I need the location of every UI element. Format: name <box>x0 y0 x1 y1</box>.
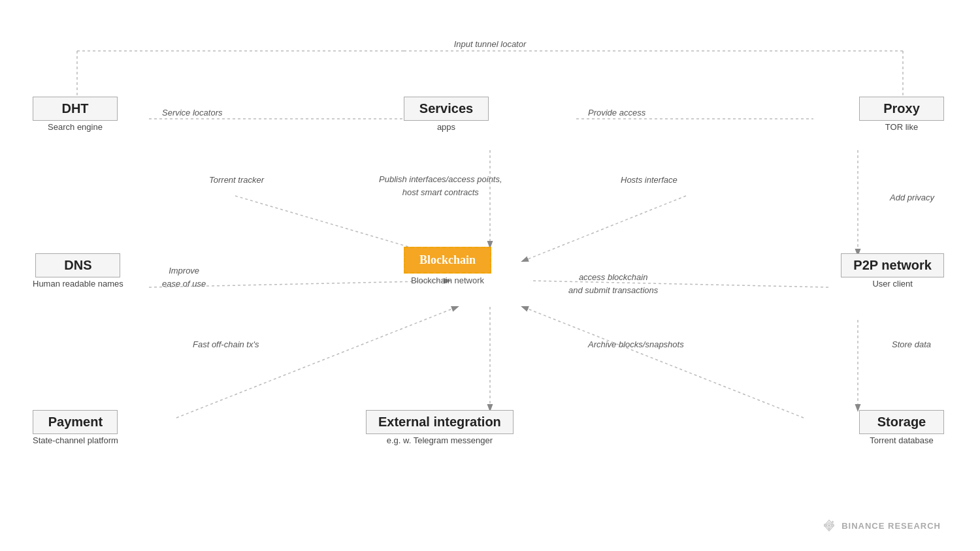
dht-node: DHT Search engine <box>33 97 118 132</box>
services-node: Services apps <box>404 97 489 132</box>
binance-icon <box>822 518 836 533</box>
publish-interfaces-label: Publish interfaces/access points,host sm… <box>379 173 502 198</box>
blockchain-title: Blockchain <box>419 253 476 267</box>
services-title: Services <box>416 101 476 116</box>
archive-blocks-label: Archive blocks/snapshots <box>588 339 684 349</box>
provide-access-label: Provide access <box>588 108 645 118</box>
external-node: External integration e.g. w. Telegram me… <box>366 410 514 445</box>
binance-logo: BINANCE RESEARCH <box>822 518 941 533</box>
improve-ease-label: Improveease of use <box>162 264 206 290</box>
external-subtitle: e.g. w. Telegram messenger <box>366 435 514 445</box>
proxy-subtitle: TOR like <box>859 122 944 132</box>
p2p-box: P2P network <box>841 253 944 277</box>
p2p-subtitle: User client <box>841 279 944 289</box>
binance-label: BINANCE RESEARCH <box>841 521 941 531</box>
dns-title: DNS <box>48 258 108 273</box>
payment-title: Payment <box>45 415 105 430</box>
torrent-tracker-label: Torrent tracker <box>209 175 264 185</box>
dht-subtitle: Search engine <box>33 122 118 132</box>
store-data-label: Store data <box>892 339 931 349</box>
blockchain-subtitle: Blockchain network <box>404 276 491 285</box>
fast-offchain-label: Fast off-chain tx's <box>193 339 259 349</box>
storage-node: Storage Torrent database <box>859 410 944 445</box>
dns-node: DNS Human readable names <box>33 253 123 289</box>
p2p-node: P2P network User client <box>841 253 944 289</box>
services-subtitle: apps <box>404 122 489 132</box>
blockchain-box: Blockchain <box>404 247 491 274</box>
proxy-title: Proxy <box>872 101 932 116</box>
dht-box: DHT <box>33 97 118 121</box>
dht-title: DHT <box>45 101 105 116</box>
payment-subtitle: State-channel platform <box>33 435 118 445</box>
hosts-interface-label: Hosts interface <box>621 175 678 185</box>
diagram-container: Input tunnel locator DHT Search engine S… <box>0 0 980 551</box>
storage-subtitle: Torrent database <box>859 435 944 445</box>
dns-box: DNS <box>35 253 120 277</box>
svg-line-13 <box>176 307 457 418</box>
proxy-box: Proxy <box>859 97 944 121</box>
payment-node: Payment State-channel platform <box>33 410 118 445</box>
input-tunnel-label: Input tunnel locator <box>0 39 980 49</box>
p2p-title: P2P network <box>853 258 932 273</box>
service-locators-label: Service locators <box>162 108 222 118</box>
payment-box: Payment <box>33 410 118 434</box>
services-box: Services <box>404 97 489 121</box>
external-title: External integration <box>378 415 501 430</box>
dns-subtitle: Human readable names <box>33 279 123 289</box>
access-blockchain-label: access blockchainand submit transactions <box>568 271 658 296</box>
svg-line-15 <box>523 307 804 418</box>
storage-box: Storage <box>859 410 944 434</box>
storage-title: Storage <box>872 415 932 430</box>
svg-line-9 <box>523 196 686 261</box>
external-box: External integration <box>366 410 514 434</box>
proxy-node: Proxy TOR like <box>859 97 944 132</box>
add-privacy-label: Add privacy <box>890 193 934 202</box>
blockchain-node: Blockchain Blockchain network <box>404 247 491 285</box>
